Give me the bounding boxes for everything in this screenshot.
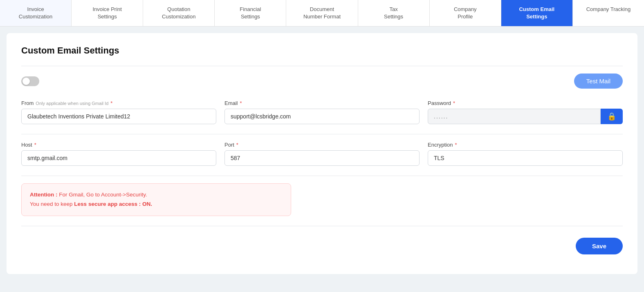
port-label: Port * <box>224 142 420 148</box>
divider-bottom <box>21 226 623 226</box>
toggle-thumb <box>22 78 30 85</box>
form-row-1: From Only applicable when using Gmail Id… <box>21 100 623 124</box>
from-input[interactable] <box>21 109 216 124</box>
tab-invoice-customization[interactable]: Invoice Customization <box>0 0 72 26</box>
tab-invoice-print-settings[interactable]: Invoice Print Settings <box>72 0 143 26</box>
host-label-main: Host <box>21 142 32 148</box>
password-input[interactable] <box>428 109 601 124</box>
email-required: * <box>240 100 242 106</box>
divider-top <box>21 66 623 66</box>
form-section-row2: Host * Port * Encryption * <box>21 142 623 166</box>
password-group: Password * 🔒 <box>428 100 623 124</box>
tab-document-number-format[interactable]: Document Number Format <box>286 0 358 26</box>
host-input[interactable] <box>21 150 216 166</box>
page-title: Custom Email Settings <box>21 45 623 56</box>
email-toggle[interactable] <box>21 76 39 86</box>
encryption-label: Encryption * <box>428 142 623 148</box>
port-group: Port * <box>224 142 420 166</box>
email-label-main: Email <box>224 100 238 106</box>
tab-company-tracking[interactable]: Company Tracking <box>573 0 644 26</box>
host-required: * <box>34 142 36 148</box>
encryption-label-main: Encryption <box>428 142 453 148</box>
email-input[interactable] <box>224 109 420 124</box>
lock-button[interactable]: 🔒 <box>601 109 623 124</box>
tab-custom-email-settings[interactable]: Custom Email Settings <box>501 0 573 26</box>
tab-financial-settings[interactable]: Financial Settings <box>215 0 286 26</box>
main-content: Custom Email Settings Test Mail From Onl… <box>7 33 637 274</box>
divider-mid <box>21 134 623 134</box>
from-label-main: From <box>21 100 34 106</box>
form-row-2: Host * Port * Encryption * <box>21 142 623 166</box>
attention-text-1: Attention : For Gmail, Go to Account->Se… <box>30 190 283 200</box>
save-row: Save <box>21 234 623 254</box>
email-group: Email * <box>224 100 420 124</box>
attention-line2-prefix: You need to keep <box>30 201 74 207</box>
password-required: * <box>453 100 455 106</box>
tab-company-profile[interactable]: Company Profile <box>430 0 501 26</box>
lock-icon: 🔒 <box>607 112 616 121</box>
port-label-main: Port <box>224 142 234 148</box>
encryption-input[interactable] <box>428 150 623 166</box>
password-label-main: Password <box>428 100 451 106</box>
attention-prefix: Attention : <box>30 192 57 198</box>
attention-line1: For Gmail, Go to Account->Security. <box>59 192 147 198</box>
test-mail-button[interactable]: Test Mail <box>574 74 623 89</box>
port-input[interactable] <box>224 150 420 166</box>
attention-text-2: You need to keep Less secure app access … <box>30 200 283 209</box>
tab-tax-settings[interactable]: Tax Settings <box>358 0 430 26</box>
host-group: Host * <box>21 142 216 166</box>
from-group: From Only applicable when using Gmail Id… <box>21 100 216 124</box>
password-label: Password * <box>428 100 623 106</box>
tab-quotation-customization[interactable]: Quotation Customization <box>143 0 215 26</box>
attention-box: Attention : For Gmail, Go to Account->Se… <box>21 183 291 216</box>
attention-line2-bold: Less secure app access : ON. <box>74 201 152 207</box>
encryption-group: Encryption * <box>428 142 623 166</box>
tab-bar: Invoice CustomizationInvoice Print Setti… <box>0 0 644 27</box>
save-button[interactable]: Save <box>576 238 623 254</box>
from-label: From Only applicable when using Gmail Id… <box>21 100 216 106</box>
encryption-required: * <box>455 142 457 148</box>
password-field-group: 🔒 <box>428 109 623 124</box>
form-section-row1: From Only applicable when using Gmail Id… <box>21 100 623 124</box>
host-label: Host * <box>21 142 216 148</box>
from-required: * <box>110 100 112 106</box>
divider-attention <box>21 176 623 176</box>
port-required: * <box>236 142 238 148</box>
toggle-row: Test Mail <box>21 74 623 89</box>
email-label: Email * <box>224 100 420 106</box>
from-label-sub: Only applicable when using Gmail Id <box>36 101 108 106</box>
